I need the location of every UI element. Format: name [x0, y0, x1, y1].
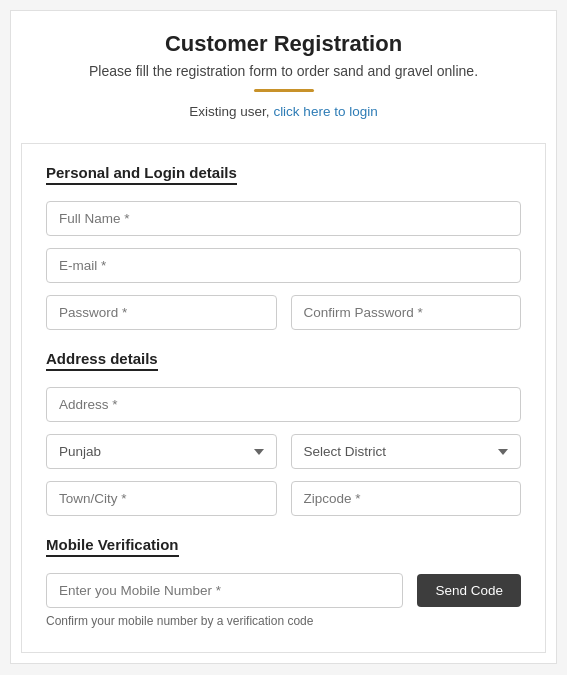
town-zip-row [46, 481, 521, 516]
zipcode-input[interactable] [291, 481, 522, 516]
page-wrapper: Customer Registration Please fill the re… [10, 10, 557, 664]
mobile-row: Send Code [46, 573, 521, 608]
province-select[interactable]: Punjab Sindh KPK Balochistan [46, 434, 277, 469]
header-divider [254, 89, 314, 92]
district-select[interactable]: Select District Lahore Karachi [291, 434, 522, 469]
page-title: Customer Registration [31, 31, 536, 57]
town-city-input[interactable] [46, 481, 277, 516]
registration-form: Personal and Login details Address detai… [21, 143, 546, 653]
province-district-row: Punjab Sindh KPK Balochistan Select Dist… [46, 434, 521, 469]
address-section-title: Address details [46, 350, 158, 371]
full-name-group [46, 201, 521, 236]
confirm-password-input[interactable] [291, 295, 522, 330]
page-subtitle: Please fill the registration form to ord… [31, 63, 536, 79]
mobile-input[interactable] [46, 573, 403, 608]
confirm-password-field [291, 295, 522, 330]
mobile-hint: Confirm your mobile number by a verifica… [46, 614, 521, 628]
email-group [46, 248, 521, 283]
address-group [46, 387, 521, 422]
address-input[interactable] [46, 387, 521, 422]
mobile-input-wrapper [46, 573, 403, 608]
password-row [46, 295, 521, 330]
town-city-field [46, 481, 277, 516]
personal-section-title: Personal and Login details [46, 164, 237, 185]
email-input[interactable] [46, 248, 521, 283]
mobile-section-title: Mobile Verification [46, 536, 179, 557]
password-field [46, 295, 277, 330]
personal-section: Personal and Login details [46, 164, 521, 330]
full-name-input[interactable] [46, 201, 521, 236]
zipcode-field [291, 481, 522, 516]
login-link[interactable]: click here to login [273, 104, 377, 119]
mobile-section: Mobile Verification Send Code Confirm yo… [46, 536, 521, 628]
existing-user-text: Existing user, click here to login [31, 104, 536, 119]
province-field: Punjab Sindh KPK Balochistan [46, 434, 277, 469]
password-input[interactable] [46, 295, 277, 330]
district-field: Select District Lahore Karachi [291, 434, 522, 469]
send-code-button[interactable]: Send Code [417, 574, 521, 607]
address-section: Address details Punjab Sindh KPK Balochi… [46, 350, 521, 516]
header-section: Customer Registration Please fill the re… [11, 11, 556, 137]
